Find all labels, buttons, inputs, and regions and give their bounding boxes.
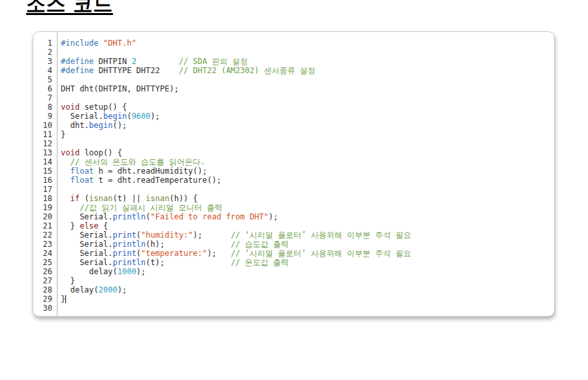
line-number: 15 — [33, 166, 52, 176]
code-token: float — [70, 166, 93, 176]
code-line-text: #define DHTPIN 2 // SDA 핀의 설정 — [52, 57, 554, 66]
code-line[interactable]: 15 float h = dht.readHumidity(); — [33, 166, 554, 176]
line-number: 29 — [33, 294, 52, 304]
code-line-text: } — [52, 294, 554, 304]
line-number: 27 — [33, 276, 52, 285]
code-line[interactable]: 6DHT dht(DHTPIN, DHTTYPE); — [33, 84, 554, 93]
code-line[interactable]: 13void loop() { — [33, 148, 554, 157]
code-line-text — [52, 139, 554, 148]
code-line[interactable]: 9 Serial.begin(9600); — [33, 112, 554, 121]
code-token: // SDA 핀의 설정 — [179, 57, 248, 66]
code-token — [165, 240, 231, 249]
code-line-text: Serial.print("humidity:"); // ‘시리얼 플로터’ … — [52, 230, 554, 240]
code-line-text: Serial.println(t); // 온도값 출력 — [52, 258, 554, 267]
code-token: (); — [112, 121, 127, 130]
code-line[interactable]: 2 — [33, 48, 554, 57]
code-token: // ‘시리얼 플로터’ 사용위해 이부분 주석 필요 — [231, 230, 411, 240]
code-line-text: if (isnan(t) || isnan(h)) { — [52, 194, 554, 203]
code-line[interactable]: 10 dht.begin(); — [33, 121, 554, 130]
line-number: 5 — [33, 75, 52, 84]
gutter-separator — [57, 32, 57, 316]
code-line[interactable]: 11} — [33, 130, 554, 139]
code-token: } — [61, 221, 80, 230]
line-number: 2 — [33, 48, 52, 57]
code-line[interactable]: 25 Serial.println(t); // 온도값 출력 — [33, 258, 554, 267]
code-line-text: Serial.println("Failed to read from DHT"… — [52, 212, 554, 221]
code-line[interactable]: 29} — [33, 294, 554, 304]
code-line[interactable]: 27 } — [33, 276, 554, 285]
code-line[interactable]: 16 float t = dht.readTemperature(); — [33, 176, 554, 185]
code-token: if — [70, 194, 79, 203]
code-token: ); — [137, 267, 146, 276]
code-line[interactable]: 4#define DHTTYPE DHT22 // DHT22 (AM2302)… — [33, 66, 554, 75]
code-token: (h); — [146, 240, 165, 249]
line-number: 17 — [33, 185, 52, 194]
code-token: void — [61, 148, 80, 157]
code-line[interactable]: 20 Serial.println("Failed to read from D… — [33, 212, 554, 221]
line-number: 24 — [33, 249, 52, 258]
line-number: 22 — [33, 230, 52, 240]
code-token: println — [112, 240, 146, 249]
code-line[interactable]: 1#include "DHT.h" — [33, 39, 554, 48]
code-token: ( — [137, 249, 141, 258]
code-token: println — [112, 212, 146, 221]
code-token: loop() { — [80, 148, 122, 157]
code-line-text: #define DHTTYPE DHT22 // DHT22 (AM2302) … — [52, 66, 554, 75]
code-line[interactable]: 21 } else { — [33, 221, 554, 230]
code-token: ); — [193, 230, 202, 240]
code-line[interactable]: 17 — [33, 185, 554, 194]
code-line[interactable]: 14 // 센서의 온도와 습도를 읽어온다. — [33, 157, 554, 166]
code-line[interactable]: 5 — [33, 75, 554, 84]
line-number: 18 — [33, 194, 52, 203]
code-token: "temperature:" — [141, 249, 207, 258]
code-line-text — [52, 75, 554, 84]
code-token: "Failed to read from DHT" — [150, 212, 269, 221]
line-number: 13 — [33, 148, 52, 157]
code-token: // DHT22 (AM2302) 센서종류 설정 — [179, 66, 316, 75]
code-line[interactable]: 26 delay(1000); — [33, 267, 554, 276]
code-token: (t) || — [112, 194, 146, 203]
code-token: 2000 — [99, 285, 118, 294]
code-token: { — [99, 221, 108, 230]
code-line-text: #include "DHT.h" — [52, 39, 554, 48]
line-number: 14 — [33, 157, 52, 166]
code-token — [165, 258, 231, 267]
code-line[interactable]: 19 //값 읽기 실패시 시리얼 모니터 출력 — [33, 203, 554, 212]
line-number: 4 — [33, 66, 52, 75]
code-line[interactable]: 8void setup() { — [33, 103, 554, 112]
code-token: //값 읽기 실패시 시리얼 모니터 출력 — [80, 203, 223, 212]
code-token — [61, 157, 70, 166]
code-token: } — [61, 276, 75, 285]
line-number: 3 — [33, 57, 52, 66]
line-number: 23 — [33, 240, 52, 249]
code-line[interactable]: 24 Serial.print("temperature:"); // ‘시리얼… — [33, 249, 554, 258]
code-line[interactable]: 23 Serial.println(h); // 습도값 출력 — [33, 240, 554, 249]
code-token: 2 — [131, 57, 136, 66]
code-line[interactable]: 12 — [33, 139, 554, 148]
code-line-text: } else { — [52, 221, 554, 230]
code-token: Serial. — [61, 240, 112, 249]
code-token — [99, 39, 103, 48]
code-token: // 온도값 출력 — [231, 258, 289, 267]
code-token: print — [112, 249, 136, 258]
code-token: "DHT.h" — [103, 39, 137, 48]
code-line-text: // 센서의 온도와 습도를 읽어온다. — [52, 157, 554, 166]
code-token: float — [70, 176, 93, 185]
code-line[interactable]: 22 Serial.print("humidity:"); // ‘시리얼 플로… — [33, 230, 554, 240]
code-line[interactable]: 30 — [33, 304, 554, 313]
code-token: DHTTYPE DHT22 — [94, 66, 160, 75]
code-line[interactable]: 28 delay(2000); — [33, 285, 554, 294]
code-line[interactable]: 3#define DHTPIN 2 // SDA 핀의 설정 — [33, 57, 554, 66]
code-line[interactable]: 7 — [33, 93, 554, 103]
code-line[interactable]: 18 if (isnan(t) || isnan(h)) { — [33, 194, 554, 203]
code-editor[interactable]: 1#include "DHT.h"23#define DHTPIN 2 // S… — [33, 31, 555, 317]
line-number: 26 — [33, 267, 52, 276]
code-token: 9600 — [131, 112, 150, 121]
code-token: println — [112, 258, 146, 267]
code-line-text: float t = dht.readTemperature(); — [52, 176, 554, 185]
line-number: 7 — [33, 93, 52, 103]
code-token: (h)) { — [169, 194, 197, 203]
code-line-text: void loop() { — [52, 148, 554, 157]
code-token: begin — [89, 121, 112, 130]
text-caret — [65, 295, 66, 303]
